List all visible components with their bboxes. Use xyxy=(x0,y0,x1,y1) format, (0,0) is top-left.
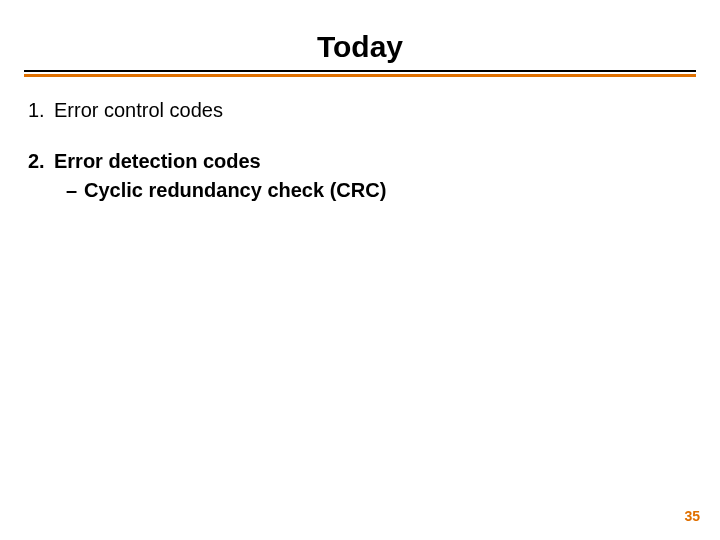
sub-dash: – xyxy=(66,177,84,204)
content-area: 1. Error control codes 2. Error detectio… xyxy=(0,77,720,204)
sub-text: Cyclic redundancy check (CRC) xyxy=(84,177,386,204)
item-number: 2. xyxy=(28,148,54,204)
item-text: Error control codes xyxy=(54,97,692,124)
item-text: Error detection codes xyxy=(54,148,692,175)
list-item: 2. Error detection codes – Cyclic redund… xyxy=(28,148,692,204)
divider-black xyxy=(24,70,696,72)
slide: Today 1. Error control codes 2. Error de… xyxy=(0,0,720,540)
sub-item: – Cyclic redundancy check (CRC) xyxy=(54,177,692,204)
list-item: 1. Error control codes xyxy=(28,97,692,124)
item-body: Error detection codes – Cyclic redundanc… xyxy=(54,148,692,204)
page-number: 35 xyxy=(684,508,700,524)
item-number: 1. xyxy=(28,97,54,124)
slide-title: Today xyxy=(0,0,720,70)
